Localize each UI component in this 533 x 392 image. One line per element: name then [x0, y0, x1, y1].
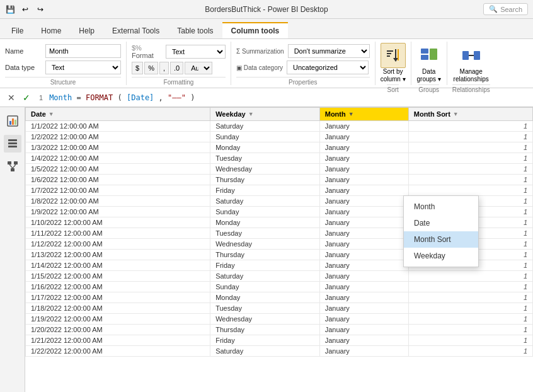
- format-buttons-row: $ % , .0 Auto: [132, 61, 226, 76]
- formula-commit-btn[interactable]: ✓: [20, 93, 33, 103]
- formula-arg2: "——": [168, 93, 186, 102]
- tab-home[interactable]: Home: [32, 22, 70, 38]
- summarization-select[interactable]: Don't summarize: [288, 44, 370, 58]
- table-row: 1/16/2022 12:00:00 AMSundayJanuary1: [26, 282, 533, 292]
- tab-table-tools[interactable]: Table tools: [168, 22, 222, 38]
- table-cell: Friday: [210, 260, 320, 271]
- sort-btn-icon-box[interactable]: [381, 43, 406, 68]
- svg-rect-19: [8, 146, 17, 147]
- table-cell: 1/13/2022 12:00:00 AM: [26, 250, 210, 260]
- svg-rect-15: [12, 118, 14, 125]
- tab-column-tools[interactable]: Column tools: [222, 22, 289, 38]
- data-category-select[interactable]: Uncategorized: [287, 61, 369, 74]
- dec-btn[interactable]: .0: [170, 62, 183, 74]
- col-header-monthsort[interactable]: Month Sort ▼: [408, 108, 532, 121]
- table-cell: 1/19/2022 12:00:00 AM: [26, 314, 210, 325]
- svg-rect-7: [421, 49, 428, 54]
- svg-rect-9: [430, 49, 437, 60]
- manage-rel-icon[interactable]: [459, 43, 484, 68]
- dropdown-item-date[interactable]: Date: [404, 215, 478, 231]
- search-icon: 🔍: [489, 5, 498, 13]
- formula-equals: =: [76, 93, 85, 102]
- manage-rel-label: Managerelationships: [454, 68, 489, 83]
- name-label: Name: [5, 47, 43, 55]
- format-row: $% Format Text: [132, 43, 226, 61]
- tab-external-tools[interactable]: External Tools: [103, 22, 168, 38]
- table-row: 1/21/2022 12:00:00 AMFridayJanuary1: [26, 335, 533, 346]
- redo-icon[interactable]: ↪: [35, 4, 45, 14]
- auto-select[interactable]: Auto: [185, 62, 212, 74]
- table-row: 1/20/2022 12:00:00 AMThursdayJanuary1: [26, 325, 533, 335]
- data-groups-icon[interactable]: [416, 43, 442, 68]
- table-cell: Tuesday: [210, 153, 320, 164]
- formula-arg1: [Date]: [127, 93, 154, 102]
- table-cell: January: [319, 175, 408, 185]
- formula-row-num: 1: [35, 94, 47, 101]
- table-cell: 1/18/2022 12:00:00 AM: [26, 303, 210, 314]
- tab-file[interactable]: File: [3, 22, 32, 38]
- col-header-month[interactable]: Month ▼: [319, 108, 408, 121]
- search-bar[interactable]: 🔍 Search: [483, 3, 528, 15]
- table-cell: 1: [408, 271, 532, 282]
- table-cell: Sunday: [210, 132, 320, 142]
- tab-help[interactable]: Help: [70, 22, 103, 38]
- table-cell: 1/12/2022 12:00:00 AM: [26, 239, 210, 250]
- table-cell: 1/4/2022 12:00:00 AM: [26, 153, 210, 164]
- table-cell: Friday: [210, 335, 320, 346]
- table-cell: January: [319, 121, 408, 132]
- table-cell: 1/10/2022 12:00:00 AM: [26, 217, 210, 228]
- table-row: 1/3/2022 12:00:00 AMMondayJanuary1: [26, 142, 533, 153]
- table-cell: 1/11/2022 12:00:00 AM: [26, 228, 210, 239]
- table-cell: 1/8/2022 12:00:00 AM: [26, 196, 210, 207]
- window-title: BordersButThick - Power BI Desktop: [205, 5, 328, 14]
- svg-rect-14: [9, 121, 11, 125]
- sidebar-icon-report[interactable]: [4, 112, 21, 130]
- datatype-select[interactable]: Text: [45, 61, 121, 74]
- table-cell: 1: [408, 292, 532, 303]
- summarization-label: Σ Summarization: [236, 48, 284, 55]
- data-groups-group: Datagroups ▾ Groups: [411, 42, 447, 85]
- table-cell: 1/2/2022 12:00:00 AM: [26, 132, 210, 142]
- table-row: 1/18/2022 12:00:00 AMTuesdayJanuary1: [26, 303, 533, 314]
- ribbon-content: Name Data type Text Structure $% Format …: [0, 39, 533, 88]
- title-bar-left: 💾 ↩ ↪: [5, 4, 45, 14]
- data-groups-btn[interactable]: Datagroups ▾: [416, 43, 442, 83]
- table-cell: January: [319, 250, 408, 260]
- table-cell: January: [319, 325, 408, 335]
- col-header-date[interactable]: Date ▼: [26, 108, 210, 121]
- comma-btn[interactable]: ,: [159, 62, 169, 74]
- percent-btn[interactable]: %: [144, 62, 158, 74]
- col-sort-monthsort[interactable]: ▼: [453, 111, 459, 117]
- name-input[interactable]: [45, 44, 121, 58]
- dropdown-item-monthsort[interactable]: Month Sort: [404, 231, 478, 248]
- col-header-weekday[interactable]: Weekday ▼: [210, 108, 320, 121]
- sidebar-icon-model[interactable]: [4, 158, 21, 175]
- save-icon[interactable]: 💾: [5, 4, 15, 14]
- formula-cancel-btn[interactable]: ✕: [5, 93, 18, 103]
- data-groups-label: Datagroups ▾: [416, 68, 440, 83]
- dropdown-item-month[interactable]: Month: [404, 199, 478, 215]
- table-cell: January: [319, 239, 408, 250]
- table-row: 1/6/2022 12:00:00 AMThursdayJanuary1: [26, 175, 533, 185]
- col-sort-date[interactable]: ▼: [49, 111, 54, 117]
- col-sort-weekday[interactable]: ▼: [248, 111, 254, 117]
- table-cell: Sunday: [210, 207, 320, 217]
- table-row: 1/15/2022 12:00:00 AMSaturdayJanuary1: [26, 271, 533, 282]
- table-cell: Wednesday: [210, 314, 320, 325]
- svg-rect-20: [8, 161, 11, 164]
- currency-btn[interactable]: $: [132, 62, 143, 74]
- sort-by-column-dropdown: Month Date Month Sort Weekday: [403, 195, 479, 267]
- svg-rect-2: [387, 55, 390, 57]
- table-cell: January: [319, 292, 408, 303]
- dropdown-item-weekday[interactable]: Weekday: [404, 248, 478, 264]
- manage-relationships-btn[interactable]: Managerelationships: [454, 43, 489, 83]
- undo-icon[interactable]: ↩: [20, 4, 30, 14]
- sort-group-label: Sort: [387, 84, 398, 93]
- col-sort-month[interactable]: ▼: [348, 111, 354, 117]
- table-cell: 1: [408, 175, 532, 185]
- format-select[interactable]: Text: [166, 45, 226, 59]
- sort-by-column-btn[interactable]: Sort bycolumn ▾: [381, 43, 406, 83]
- table-cell: Saturday: [210, 121, 320, 132]
- sidebar-icon-data[interactable]: [4, 135, 21, 153]
- formatting-label: Formatting: [132, 77, 226, 86]
